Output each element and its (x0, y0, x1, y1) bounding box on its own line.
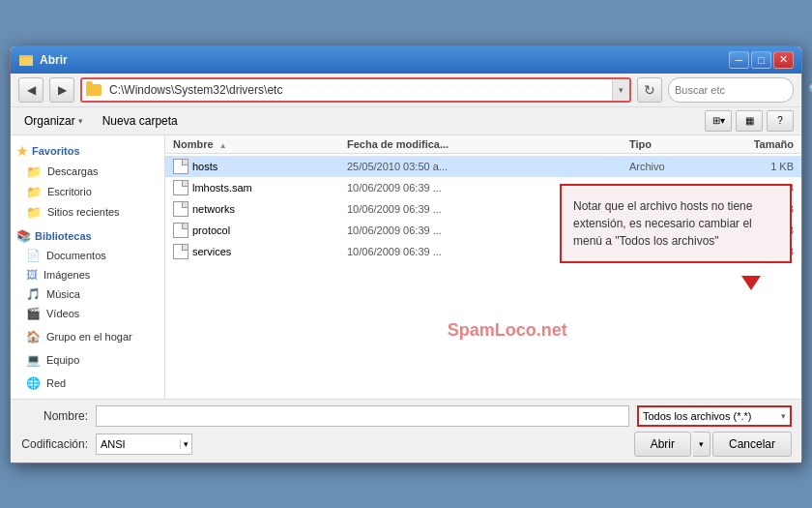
file-date: 25/05/2010 03:50 a... (347, 161, 629, 172)
sidebar-item-equipo[interactable]: 💻 Equipo (11, 350, 164, 370)
organizar-button[interactable]: Organizar ▾ (18, 112, 89, 130)
view-toggle-button[interactable]: ⊞▾ (705, 110, 732, 132)
file-name: lmhosts.sam (192, 182, 347, 194)
computer-icon: 💻 (26, 353, 41, 367)
minimize-button[interactable]: ─ (729, 51, 749, 69)
star-icon: ★ (16, 144, 28, 159)
folder-icon: 📁 (26, 164, 42, 179)
open-dialog: Abrir ─ □ ✕ ◀ ▶ C:\Windows\System32\driv… (10, 45, 802, 463)
file-icon (173, 244, 188, 259)
file-name: hosts (192, 161, 347, 172)
back-button[interactable]: ◀ (18, 77, 44, 103)
maximize-button[interactable]: □ (751, 51, 771, 69)
address-dropdown-button[interactable]: ▾ (612, 79, 629, 101)
grupo-section: 🏠 Grupo en el hogar (11, 325, 164, 348)
main-content: ★ Favoritos 📁 Descargas 📁 Escritorio 📁 S… (11, 135, 801, 399)
col-tipo-header[interactable]: Tipo (629, 138, 726, 150)
filename-input[interactable] (96, 405, 629, 427)
annotation-box: Notar que el archivo hosts no tiene exte… (560, 184, 792, 263)
folder-icon: 📁 (26, 185, 42, 199)
title-bar-left: Abrir (18, 52, 68, 68)
search-icon[interactable]: 🔍 (808, 83, 812, 97)
bibliotecas-header[interactable]: 📚 Bibliotecas (11, 226, 164, 246)
sort-icon: ▲ (219, 141, 227, 150)
title-controls: ─ □ ✕ (729, 51, 794, 69)
cancelar-button[interactable]: Cancelar (712, 432, 792, 457)
file-area: Nombre ▲ Fecha de modifica... Tipo Tamañ… (165, 135, 801, 399)
file-name: protocol (192, 224, 347, 236)
filetype-dropdown[interactable]: Todos los archivos (*.*) ▾ (637, 405, 792, 427)
file-name: networks (192, 203, 347, 215)
sidebar-item-escritorio[interactable]: 📁 Escritorio (11, 182, 164, 202)
file-icon (173, 159, 188, 174)
sidebar-item-videos[interactable]: 🎬 Vídeos (11, 304, 164, 323)
library-icon: 📚 (16, 229, 31, 243)
nueva-carpeta-button[interactable]: Nueva carpeta (97, 112, 184, 130)
address-text: C:\Windows\System32\drivers\etc (105, 83, 612, 97)
codificacion-dropdown-button[interactable]: ▾ (180, 439, 191, 449)
dialog-buttons: Abrir ▾ Cancelar (634, 432, 792, 457)
search-box: 🔍 (668, 77, 794, 103)
sidebar-item-grupo[interactable]: 🏠 Grupo en el hogar (11, 327, 164, 346)
search-input[interactable] (675, 84, 808, 96)
red-section: 🌐 Red (11, 372, 164, 395)
images-icon: 🖼 (26, 268, 38, 282)
svg-rect-2 (19, 55, 25, 58)
docs-icon: 📄 (26, 249, 41, 262)
equipo-section: 💻 Equipo (11, 348, 164, 372)
music-icon: 🎵 (26, 287, 41, 301)
filename-row: Nombre: Todos los archivos (*.*) ▾ (20, 405, 792, 427)
col-fecha-header[interactable]: Fecha de modifica... (347, 138, 629, 150)
encoding-row: Codificación: ANSI ▾ Abrir ▾ Cancelar (20, 432, 792, 457)
file-icon (173, 223, 188, 238)
annotation-arrow (741, 276, 761, 290)
abrir-arrow-button[interactable]: ▾ (693, 432, 710, 457)
file-size: 1 KB (726, 161, 794, 172)
video-icon: 🎬 (26, 307, 41, 320)
network-icon: 🌐 (26, 376, 41, 390)
address-bar[interactable]: C:\Windows\System32\drivers\etc ▾ (80, 77, 631, 103)
help-button[interactable]: ? (767, 110, 794, 132)
favoritos-section: ★ Favoritos 📁 Descargas 📁 Escritorio 📁 S… (11, 139, 164, 224)
svg-rect-1 (19, 57, 33, 66)
group-icon: 🏠 (26, 330, 41, 344)
favoritos-header[interactable]: ★ Favoritos (11, 141, 164, 162)
sidebar-item-documentos[interactable]: 📄 Documentos (11, 246, 164, 265)
bottom-bar: Nombre: Todos los archivos (*.*) ▾ Codif… (11, 399, 801, 463)
codificacion-value: ANSI (97, 438, 180, 450)
refresh-button[interactable]: ↻ (637, 77, 662, 103)
col-nombre-header[interactable]: Nombre ▲ (173, 138, 347, 150)
sidebar-item-red[interactable]: 🌐 Red (11, 374, 164, 393)
col-tamano-header[interactable]: Tamaño (726, 138, 794, 150)
codificacion-label: Codificación: (20, 437, 88, 451)
organizar-chevron-icon: ▾ (78, 116, 83, 126)
file-icon (173, 201, 188, 217)
file-icon (173, 180, 188, 195)
forward-button[interactable]: ▶ (49, 77, 74, 103)
dialog-icon (18, 52, 34, 68)
abrir-button[interactable]: Abrir (634, 432, 691, 457)
address-toolbar: ◀ ▶ C:\Windows\System32\drivers\etc ▾ ↻ … (11, 74, 801, 107)
file-row-hosts[interactable]: hosts 25/05/2010 03:50 a... Archivo 1 KB (165, 156, 801, 177)
file-list-header: Nombre ▲ Fecha de modifica... Tipo Tamañ… (165, 135, 801, 154)
preview-pane-button[interactable]: ▦ (736, 110, 763, 132)
file-type: Archivo (629, 161, 726, 172)
sidebar-item-sitios-recientes[interactable]: 📁 Sitios recientes (11, 202, 164, 223)
file-name: services (192, 246, 347, 257)
filetype-chevron-icon: ▾ (781, 411, 786, 421)
sidebar-item-descargas[interactable]: 📁 Descargas (11, 162, 164, 182)
bibliotecas-section: 📚 Bibliotecas 📄 Documentos 🖼 Imágenes 🎵 … (11, 224, 164, 325)
title-bar: Abrir ─ □ ✕ (11, 46, 801, 74)
action-toolbar: Organizar ▾ Nueva carpeta ⊞▾ ▦ ? (11, 107, 801, 135)
sidebar: ★ Favoritos 📁 Descargas 📁 Escritorio 📁 S… (11, 135, 165, 399)
address-folder-icon (82, 82, 105, 98)
folder-icon: 📁 (26, 205, 42, 220)
abrir-actions: Abrir ▾ (634, 432, 710, 457)
sidebar-item-musica[interactable]: 🎵 Música (11, 284, 164, 304)
close-button[interactable]: ✕ (773, 51, 794, 69)
sidebar-item-imagenes[interactable]: 🖼 Imágenes (11, 265, 164, 284)
nombre-label: Nombre: (20, 409, 88, 423)
view-controls: ⊞▾ ▦ ? (705, 110, 794, 132)
dialog-title: Abrir (40, 53, 68, 67)
